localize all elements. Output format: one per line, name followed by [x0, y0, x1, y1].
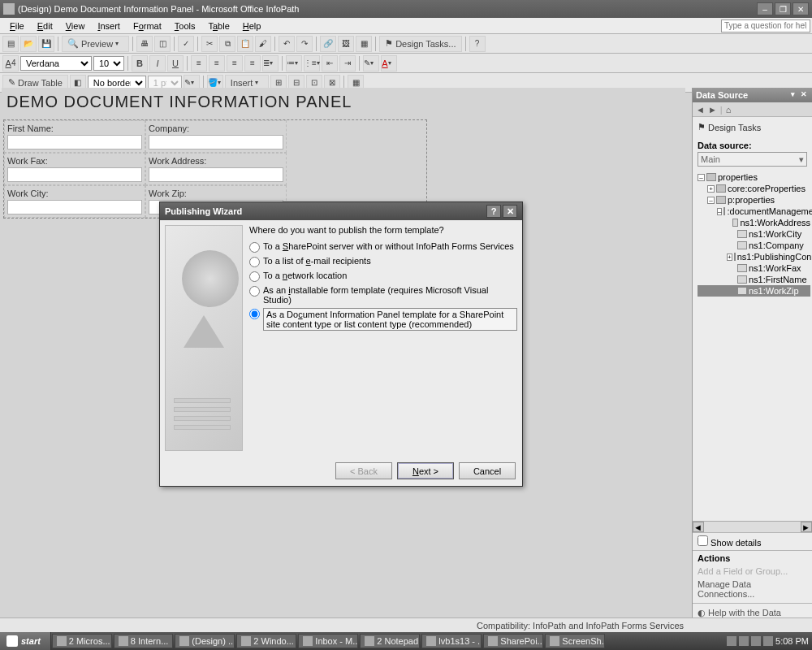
increase-indent-icon[interactable]: ⇥	[339, 55, 356, 72]
tree-toggle-icon[interactable]: +	[727, 254, 732, 261]
open-icon[interactable]: 📂	[20, 36, 37, 52]
scroll-right-icon[interactable]: ►	[801, 522, 812, 532]
design-tasks-link[interactable]: ⚑ Design Tasks	[698, 120, 807, 134]
print-icon[interactable]: 🖶	[136, 36, 153, 52]
tray-icon[interactable]	[763, 636, 773, 646]
menu-file[interactable]: File	[3, 20, 31, 32]
tray-icon[interactable]	[751, 636, 761, 646]
taskbar-item[interactable]: 2 Windo...	[236, 634, 296, 648]
taskbar-item[interactable]: 2 Notepad	[360, 634, 420, 648]
dialog-help-icon[interactable]: ?	[486, 205, 501, 218]
tree-node[interactable]: +core:coreProperties	[698, 183, 810, 194]
help-search-input[interactable]	[721, 20, 810, 32]
menu-table[interactable]: Table	[201, 20, 235, 32]
menu-format[interactable]: Format	[127, 20, 168, 32]
highlight-icon[interactable]: ✎▾	[363, 55, 379, 72]
tree-node[interactable]: ns1:FirstName	[698, 274, 810, 285]
line-spacing-icon[interactable]: ≣▾	[262, 55, 279, 72]
tree-toggle-icon[interactable]: –	[717, 208, 722, 215]
taskbar-item[interactable]: ScreenSh...	[545, 634, 605, 648]
font-size-select[interactable]: 10	[93, 56, 124, 71]
radio-option[interactable]: As an installable form template (require…	[249, 284, 517, 306]
redo-icon[interactable]: ↷	[296, 36, 313, 52]
underline-icon[interactable]: U	[167, 55, 184, 72]
taskbar-item[interactable]: Inbox - M...	[298, 634, 358, 648]
tree-node[interactable]: ns1:WorkZip	[698, 285, 810, 297]
taskbar-item[interactable]: 8 Intern...	[114, 634, 173, 648]
taskbar-item[interactable]: SharePoi...	[483, 634, 543, 648]
radio-option[interactable]: As a Document Information Panel template…	[249, 306, 517, 332]
menu-view[interactable]: View	[59, 20, 92, 32]
format-painter-icon[interactable]: 🖌	[255, 36, 271, 52]
align-right-icon[interactable]: ≡	[227, 55, 243, 72]
close-button[interactable]: ✕	[793, 2, 809, 15]
maximize-button[interactable]: ❐	[775, 2, 791, 15]
radio-option[interactable]: To a network location	[249, 269, 517, 284]
text-input[interactable]	[7, 200, 142, 214]
insert-table-icon[interactable]: ▦	[356, 36, 372, 52]
tree-node[interactable]: +ns1:PublishingCon	[698, 251, 810, 262]
tree-toggle-icon[interactable]: –	[707, 197, 715, 204]
taskbar-item[interactable]: 2 Micros...	[52, 634, 112, 648]
radio-input[interactable]	[249, 257, 260, 267]
tree-node[interactable]: ns1:Company	[698, 240, 810, 251]
text-input[interactable]	[149, 135, 283, 150]
taskbar-item[interactable]: lvb1s13 - ...	[421, 634, 482, 648]
numbered-list-icon[interactable]: ≔▾	[286, 55, 302, 72]
cut-icon[interactable]: ✂	[201, 36, 218, 52]
align-justify-icon[interactable]: ≡	[244, 55, 261, 72]
show-details-checkbox[interactable]: Show details	[698, 538, 761, 548]
preview-button[interactable]: 🔍 Preview ▾	[62, 36, 129, 52]
radio-option[interactable]: To a list of e-mail recipients	[249, 254, 517, 269]
nav-fwd-icon[interactable]: ►	[708, 105, 717, 115]
minimize-button[interactable]: –	[757, 2, 773, 15]
design-tasks-button[interactable]: ⚑ Design Tasks...	[379, 36, 461, 52]
decrease-indent-icon[interactable]: ⇤	[322, 55, 338, 72]
italic-icon[interactable]: I	[149, 55, 166, 72]
taskbar-item[interactable]: (Design) ...	[175, 634, 235, 648]
radio-input[interactable]	[249, 242, 260, 253]
menu-insert[interactable]: Insert	[91, 20, 127, 32]
insert-picture-icon[interactable]: 🖼	[338, 36, 354, 52]
menu-help[interactable]: Help	[236, 20, 268, 32]
tree-node[interactable]: –properties	[698, 171, 810, 183]
manage-connections-link[interactable]: Manage Data Connections...	[698, 578, 807, 600]
data-source-tree[interactable]: –properties+core:coreProperties–p:proper…	[693, 170, 812, 521]
tree-node[interactable]: –p:properties	[698, 194, 810, 206]
horizontal-scrollbar[interactable]: ◄ ►	[693, 521, 812, 532]
tree-toggle-icon[interactable]: +	[707, 185, 715, 193]
scroll-left-icon[interactable]: ◄	[693, 522, 704, 532]
undo-icon[interactable]: ↶	[279, 36, 295, 52]
radio-input[interactable]	[249, 271, 260, 282]
tree-node[interactable]: –:documentManageme	[698, 206, 810, 217]
menu-edit[interactable]: Edit	[31, 20, 59, 32]
font-color-icon[interactable]: A▾	[381, 55, 397, 72]
tree-node[interactable]: ns1:WorkAddress	[698, 217, 810, 228]
text-input[interactable]	[7, 167, 142, 182]
data-source-select[interactable]: Main ▾	[698, 152, 807, 167]
save-icon[interactable]: 💾	[38, 36, 54, 52]
bold-icon[interactable]: B	[132, 55, 148, 72]
font-name-select[interactable]: Verdana	[20, 56, 92, 71]
dialog-close-icon[interactable]: ✕	[503, 205, 517, 218]
nav-back-icon[interactable]: ◄	[696, 105, 705, 115]
next-button[interactable]: Next >	[397, 462, 454, 479]
radio-option[interactable]: To a SharePoint server with or without I…	[249, 240, 517, 254]
copy-icon[interactable]: ⧉	[219, 36, 235, 52]
start-button[interactable]: start	[0, 632, 51, 650]
print-preview-icon[interactable]: ◫	[154, 36, 171, 52]
cancel-button[interactable]: Cancel	[459, 462, 516, 479]
tree-node[interactable]: ns1:WorkCity	[698, 228, 810, 240]
menu-tools[interactable]: Tools	[168, 20, 202, 32]
nav-home-icon[interactable]: ⌂	[726, 105, 732, 115]
new-icon[interactable]: ▤	[2, 36, 19, 52]
font-button[interactable]: A4	[2, 55, 19, 72]
panel-dropdown-icon[interactable]: ▾	[788, 90, 797, 100]
radio-input[interactable]	[249, 309, 260, 319]
spellcheck-icon[interactable]: ✓	[178, 36, 194, 52]
text-input[interactable]	[7, 135, 142, 150]
dialog-titlebar[interactable]: Publishing Wizard ? ✕	[160, 202, 522, 220]
system-tray[interactable]: 5:08 PM	[723, 636, 812, 646]
tree-node[interactable]: ns1:WorkFax	[698, 262, 810, 274]
radio-input[interactable]	[249, 286, 260, 297]
